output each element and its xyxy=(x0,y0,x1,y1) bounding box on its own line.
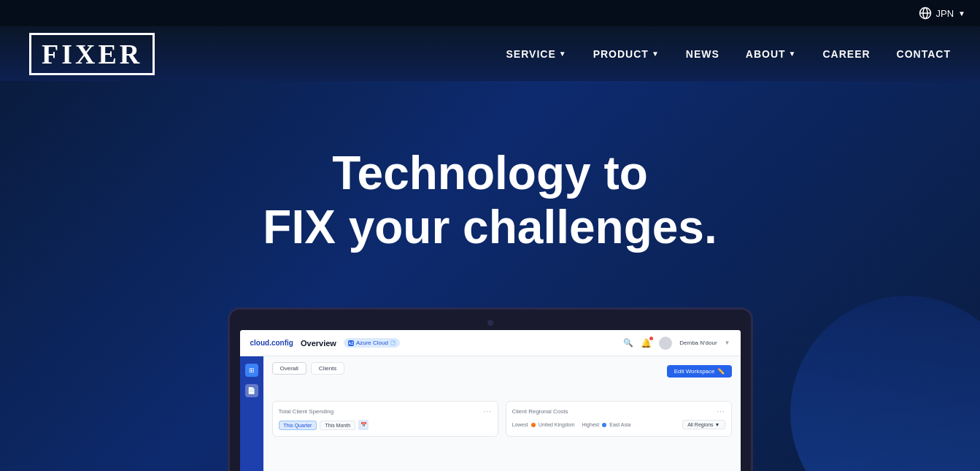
laptop-screen: cloud.config Overview AZ Azure Cloud xyxy=(240,330,741,471)
screen-topbar: cloud.config Overview AZ Azure Cloud xyxy=(240,330,741,356)
ea-dot xyxy=(602,423,606,427)
top-bar: JPN ▼ xyxy=(0,0,980,26)
edit-icon: ✏️ xyxy=(717,368,725,375)
nav-link-about[interactable]: ABOUT ▼ xyxy=(746,48,797,60)
lang-chevron-icon: ▼ xyxy=(958,9,965,18)
btn-this-month[interactable]: This Month xyxy=(320,421,355,430)
laptop-camera xyxy=(487,320,493,326)
about-dropdown-icon: ▼ xyxy=(789,50,797,58)
card1-title-row: Total Client Spending ··· xyxy=(279,407,492,416)
card2-menu-dots: ··· xyxy=(717,407,725,416)
card2-title-row: Client Regional Costs ··· xyxy=(512,407,725,416)
site-logo[interactable]: FIXER xyxy=(29,33,155,75)
btn-this-quarter[interactable]: This Quarter xyxy=(279,421,317,430)
badge-az-icon: AZ xyxy=(348,340,354,346)
card1-controls: This Quarter This Month 📅 xyxy=(279,420,492,430)
nav-link-product[interactable]: PRODUCT ▼ xyxy=(593,48,660,60)
nav-item-service[interactable]: SERVICE ▼ xyxy=(506,48,567,60)
screen-topbar-right: 🔍 🔔 Demba N'dour ▼ xyxy=(623,337,730,350)
regions-chevron-icon: ▼ xyxy=(715,422,720,427)
edit-workspace-button[interactable]: Edit Workspace ✏️ xyxy=(667,365,732,378)
screen-logo-text: cloud.config xyxy=(250,339,293,347)
notification-dot xyxy=(649,337,653,340)
card2-lowest: Lowest United Kingdom Highest East Asia xyxy=(512,422,631,427)
screen-app-logo: cloud.config xyxy=(250,339,293,347)
tab-overall: Overall xyxy=(272,362,306,375)
search-icon: 🔍 xyxy=(623,338,633,348)
hero-text-block: Technology to FIX your challenges. xyxy=(263,147,717,254)
screen-azure-badge: AZ Azure Cloud xyxy=(344,338,400,348)
nav-link-contact[interactable]: CONTACT xyxy=(897,48,951,60)
nav-link-career[interactable]: CAREER xyxy=(822,48,870,60)
language-selector[interactable]: JPN ▼ xyxy=(919,7,965,20)
tab-clients: Clients xyxy=(311,362,344,375)
navbar: FIXER SERVICE ▼ PRODUCT ▼ NEWS ABOUT ▼ xyxy=(0,26,980,81)
laptop-mockup: cloud.config Overview AZ Azure Cloud xyxy=(228,307,753,471)
hero-decoration-circle xyxy=(790,296,980,471)
screen-sidebar: ⊞ 📄 xyxy=(240,356,263,471)
uk-dot xyxy=(531,423,536,427)
screen-cards: Total Client Spending ··· This Quarter T… xyxy=(272,401,732,437)
product-dropdown-icon: ▼ xyxy=(652,50,660,58)
card-total-spending: Total Client Spending ··· This Quarter T… xyxy=(272,401,498,437)
nav-link-news[interactable]: NEWS xyxy=(686,48,719,60)
screen-overview-title: Overview xyxy=(301,339,336,348)
sidebar-grid-icon: ⊞ xyxy=(245,364,258,377)
screen-body: ⊞ 📄 Overall xyxy=(240,356,741,471)
notifications-bell: 🔔 xyxy=(641,338,652,348)
card1-menu-dots: ··· xyxy=(483,407,491,416)
nav-item-career[interactable]: CAREER xyxy=(822,48,870,60)
screen-tabs: Overall Clients xyxy=(272,362,345,375)
regions-dropdown[interactable]: All Regions ▼ xyxy=(682,420,725,429)
nav-link-service[interactable]: SERVICE ▼ xyxy=(506,48,567,60)
nav-item-product[interactable]: PRODUCT ▼ xyxy=(593,48,660,60)
user-menu-chevron-icon: ▼ xyxy=(725,340,730,346)
nav-links: SERVICE ▼ PRODUCT ▼ NEWS ABOUT ▼ CAREER xyxy=(506,48,951,60)
hero-title: Technology to FIX your challenges. xyxy=(263,147,717,254)
service-dropdown-icon: ▼ xyxy=(559,50,567,58)
calendar-icon: 📅 xyxy=(358,420,369,430)
globe-icon xyxy=(919,7,932,20)
svg-rect-3 xyxy=(391,341,396,345)
badge-expand-icon xyxy=(390,340,396,345)
sidebar-doc-icon: 📄 xyxy=(245,384,258,397)
screen-main-content: Overall Clients Edit Workspace ✏️ xyxy=(263,356,741,471)
lang-label: JPN xyxy=(936,8,954,19)
nav-item-news[interactable]: NEWS xyxy=(686,48,719,60)
nav-item-about[interactable]: ABOUT ▼ xyxy=(746,48,797,60)
laptop-frame: cloud.config Overview AZ Azure Cloud xyxy=(228,307,753,471)
nav-item-contact[interactable]: CONTACT xyxy=(897,48,951,60)
hero-section: Technology to FIX your challenges. cloud… xyxy=(0,81,980,471)
card-regional-costs: Client Regional Costs ··· Lowest United … xyxy=(506,401,732,437)
user-name-label: Demba N'dour xyxy=(679,340,717,346)
user-avatar xyxy=(659,337,672,350)
